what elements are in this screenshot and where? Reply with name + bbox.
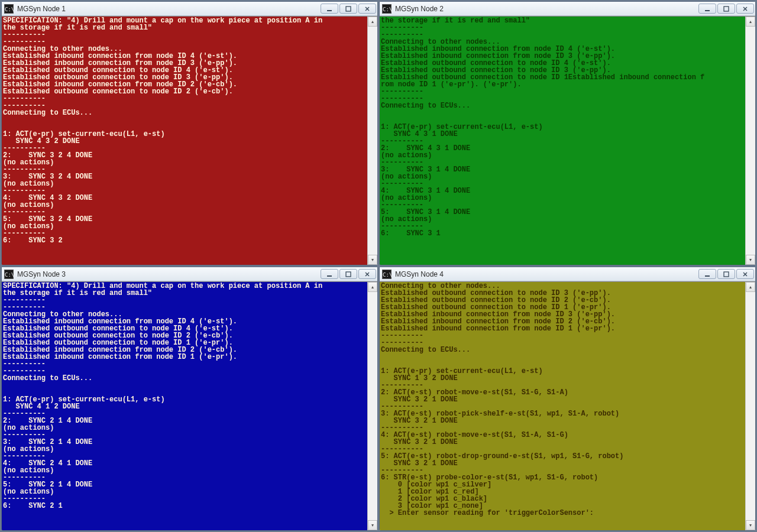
window-controls (321, 269, 376, 279)
titlebar-node1[interactable]: C:\ MGSyn Node 1 (2, 2, 377, 16)
scroll-track[interactable] (746, 27, 755, 255)
maximize-button[interactable] (339, 4, 357, 14)
minimize-button[interactable] (321, 4, 338, 14)
minimize-button[interactable] (698, 4, 716, 14)
terminal-wrap: SPECIFICATION: "4) Drill and mount a cap… (2, 16, 377, 265)
window-title-node1: MGSyn Node 1 (17, 5, 321, 13)
scroll-down-button[interactable]: ▾ (746, 520, 755, 530)
window-controls (698, 269, 754, 279)
window-node2: C:\ MGSyn Node 2 the storage if it is re… (379, 1, 756, 265)
svg-rect-8 (327, 275, 332, 277)
cmd-icon: C:\ (382, 4, 392, 14)
window-title-node4: MGSyn Node 4 (395, 270, 698, 278)
scroll-down-button[interactable]: ▾ (368, 255, 377, 265)
scroll-down-button[interactable]: ▾ (746, 255, 755, 265)
scrollbar[interactable]: ▴ ▾ (745, 282, 755, 530)
close-button[interactable] (736, 269, 754, 279)
titlebar-node4[interactable]: C:\ MGSyn Node 4 (380, 267, 755, 281)
scroll-up-button[interactable]: ▴ (746, 17, 755, 27)
svg-rect-12 (705, 275, 710, 277)
scrollbar[interactable]: ▴ ▾ (745, 17, 755, 265)
maximize-button[interactable] (339, 269, 357, 279)
cmd-icon: C:\ (382, 270, 392, 279)
terminal-wrap: the storage if it is red and small" ----… (380, 16, 755, 265)
scroll-track[interactable] (368, 292, 377, 520)
close-button[interactable] (736, 4, 754, 14)
scroll-track[interactable] (746, 292, 755, 520)
terminal-output-node1[interactable]: SPECIFICATION: "4) Drill and mount a cap… (2, 17, 367, 265)
svg-rect-0 (327, 10, 332, 11)
close-button[interactable] (358, 269, 376, 279)
titlebar-node2[interactable]: C:\ MGSyn Node 2 (380, 2, 755, 16)
window-title-node2: MGSyn Node 2 (395, 5, 698, 13)
scroll-up-button[interactable]: ▴ (368, 282, 377, 292)
minimize-button[interactable] (698, 269, 716, 279)
terminal-output-node3[interactable]: SPECIFICATION: "4) Drill and mount a cap… (2, 282, 367, 530)
svg-rect-4 (705, 10, 710, 11)
maximize-button[interactable] (717, 269, 735, 279)
close-button[interactable] (358, 4, 376, 14)
svg-rect-13 (724, 272, 729, 277)
window-node1: C:\ MGSyn Node 1 SPECIFICATION: "4) Dril… (1, 1, 378, 265)
terminal-wrap: SPECIFICATION: "4) Drill and mount a cap… (2, 281, 377, 530)
titlebar-node3[interactable]: C:\ MGSyn Node 3 (2, 267, 377, 281)
svg-rect-9 (346, 272, 351, 277)
window-title-node3: MGSyn Node 3 (17, 270, 321, 278)
svg-rect-1 (346, 7, 351, 11)
window-node4: C:\ MGSyn Node 4 Connecting to other nod… (379, 267, 756, 531)
scroll-up-button[interactable]: ▴ (368, 17, 377, 27)
svg-rect-5 (724, 7, 729, 11)
window-node3: C:\ MGSyn Node 3 SPECIFICATION: "4) Dril… (1, 267, 378, 531)
cmd-icon: C:\ (4, 270, 14, 279)
minimize-button[interactable] (321, 269, 338, 279)
terminal-output-node4[interactable]: Connecting to other nodes... Established… (380, 282, 745, 530)
terminal-output-node2[interactable]: the storage if it is red and small" ----… (380, 17, 745, 265)
window-controls (698, 4, 754, 14)
scrollbar[interactable]: ▴ ▾ (367, 282, 377, 530)
scroll-down-button[interactable]: ▾ (368, 520, 377, 530)
maximize-button[interactable] (717, 4, 735, 14)
scrollbar[interactable]: ▴ ▾ (367, 17, 377, 265)
window-controls (321, 4, 376, 14)
scroll-up-button[interactable]: ▴ (746, 282, 755, 292)
scroll-track[interactable] (368, 27, 377, 255)
terminal-wrap: Connecting to other nodes... Established… (380, 281, 755, 530)
cmd-icon: C:\ (4, 4, 14, 14)
